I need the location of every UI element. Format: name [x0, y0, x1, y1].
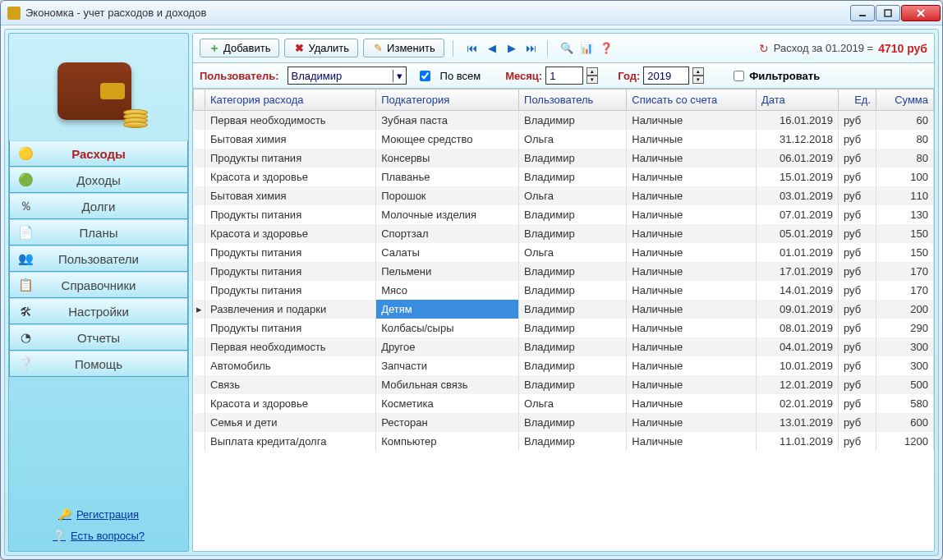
table-row[interactable]: Красота и здоровьеСпортзалВладимирНаличн…	[194, 224, 934, 243]
refresh-icon[interactable]: ↻	[759, 42, 769, 55]
sidebar-item-help[interactable]: ❔Помощь	[9, 351, 188, 377]
sidebar-item-list[interactable]: 📋Справочники	[9, 272, 188, 298]
cell-account: Наличные	[627, 413, 757, 432]
table-row[interactable]: Продукты питанияМолочные изделияВладимир…	[194, 205, 934, 224]
cell-user: Владимир	[519, 149, 627, 168]
cell-user: Ольга	[519, 186, 627, 205]
table-row[interactable]: Продукты питанияКонсервыВладимирНаличные…	[194, 149, 934, 168]
cell-category: Продукты питания	[205, 149, 376, 168]
nav-prev-icon[interactable]: ◀	[485, 41, 499, 56]
minimize-button[interactable]	[850, 5, 875, 21]
sidebar-item-piechart[interactable]: ◔Отчеты	[9, 324, 188, 351]
delete-button[interactable]: ✖ Удалить	[284, 39, 358, 57]
table-row[interactable]: Бытовая химияМоющее средствоОльгаНаличны…	[194, 130, 934, 149]
row-marker	[194, 243, 205, 262]
cell-subcategory: Порошок	[376, 186, 519, 205]
table-row[interactable]: Красота и здоровьеКосметикаОльгаНаличные…	[194, 394, 934, 413]
cell-sum: 150	[876, 224, 934, 243]
data-grid[interactable]: Категория расходаПодкатегорияПользовател…	[193, 89, 934, 551]
sidebar-item-people[interactable]: 👥Пользователи	[9, 246, 188, 272]
year-spin-up[interactable]: ▴	[692, 67, 704, 76]
column-header[interactable]: Сумма	[876, 90, 934, 111]
month-spin-down[interactable]: ▾	[586, 76, 598, 84]
add-button[interactable]: ＋ Добавить	[200, 39, 279, 57]
cell-user: Владимир	[519, 205, 627, 224]
column-header[interactable]: Категория расхода	[205, 90, 376, 111]
chevron-down-icon: ▾	[393, 70, 402, 82]
table-row[interactable]: Бытовая химияПорошокОльгаНаличные03.01.2…	[194, 186, 934, 205]
column-header[interactable]: Пользователь	[519, 90, 627, 111]
cell-unit: руб	[839, 432, 876, 451]
cell-subcategory: Мясо	[376, 281, 519, 300]
register-link[interactable]: 🔑 Регистрация	[9, 503, 188, 525]
cell-date: 10.01.2019	[757, 356, 839, 375]
cell-sum: 80	[876, 130, 934, 149]
column-header[interactable]: Списать со счета	[627, 90, 757, 111]
nav-first-icon[interactable]: ⏮	[465, 41, 480, 56]
svg-line-3	[918, 10, 924, 16]
search-icon[interactable]: 🔍	[559, 41, 574, 56]
table-row[interactable]: АвтомобильЗапчастиВладимирНаличные10.01.…	[194, 356, 934, 375]
sidebar-item-label: Настройки	[68, 305, 129, 319]
filter-checkbox[interactable]	[734, 71, 744, 81]
table-row[interactable]: Первая необходимостьДругоеВладимирНаличн…	[194, 337, 934, 356]
cell-unit: руб	[839, 224, 876, 243]
table-row[interactable]: Семья и детиРесторанВладимирНаличные13.0…	[194, 413, 934, 432]
sidebar-item-percent[interactable]: ％Долги	[9, 193, 188, 219]
question-icon: ❔	[53, 530, 66, 542]
nav-next-icon[interactable]: ▶	[504, 41, 519, 56]
sidebar-item-coins-plus[interactable]: 🟢Доходы	[9, 167, 188, 193]
titlebar: Экономка - учет расходов и доходов	[1, 1, 942, 25]
table-row[interactable]: Продукты питанияМясоВладимирНаличные14.0…	[194, 281, 934, 300]
filter-button-label[interactable]: Фильтровать	[749, 70, 820, 82]
cell-sum: 60	[876, 111, 934, 131]
nav-last-icon[interactable]: ⏭	[524, 41, 539, 56]
pencil-icon: ✎	[372, 43, 384, 54]
cell-category: Красота и здоровье	[205, 168, 376, 186]
row-marker	[194, 281, 205, 300]
window-title: Экономка - учет расходов и доходов	[25, 7, 850, 19]
table-row[interactable]: ▸Развлечения и подаркиДетямВладимирНалич…	[194, 300, 934, 319]
table-row[interactable]: Продукты питанияСалатыОльгаНаличные01.01…	[194, 243, 934, 262]
cell-sum: 200	[876, 300, 934, 319]
separator	[547, 40, 548, 57]
column-header[interactable]: Дата	[757, 90, 839, 111]
cell-category: Продукты питания	[205, 262, 376, 281]
cell-subcategory: Пельмени	[376, 262, 519, 281]
chart-icon[interactable]: 📊	[579, 41, 594, 56]
close-button[interactable]	[901, 5, 941, 21]
year-spin-down[interactable]: ▾	[692, 76, 704, 84]
maximize-button[interactable]	[876, 5, 900, 21]
cell-user: Владимир	[519, 262, 627, 281]
cell-user: Владимир	[519, 300, 627, 319]
help-icon[interactable]: ❓	[599, 41, 614, 56]
year-label: Год:	[618, 70, 640, 82]
app-window: Экономка - учет расходов и доходов	[0, 0, 943, 560]
year-input[interactable]: 2019	[643, 67, 689, 85]
table-row[interactable]: Выплата кредита/долгаКомпьютерВладимирНа…	[194, 432, 934, 451]
month-input[interactable]: 1	[545, 67, 583, 85]
cell-subcategory: Консервы	[376, 149, 519, 168]
table-row[interactable]: Продукты питанияПельмениВладимирНаличные…	[194, 262, 934, 281]
close-icon	[916, 8, 926, 18]
column-header[interactable]: Ед.	[839, 90, 876, 111]
table-row[interactable]: Продукты питанияКолбасы/сырыВладимирНали…	[194, 319, 934, 337]
cell-unit: руб	[839, 356, 876, 375]
svg-line-2	[918, 10, 924, 16]
edit-button[interactable]: ✎ Изменить	[363, 39, 444, 57]
sidebar-item-tools[interactable]: 🛠Настройки	[9, 298, 188, 324]
cell-unit: руб	[839, 205, 876, 224]
column-header[interactable]: Подкатегория	[376, 90, 519, 111]
table-row[interactable]: Красота и здоровьеПлаваньеВладимирНаличн…	[194, 168, 934, 186]
cell-date: 03.01.2019	[757, 186, 839, 205]
table-row[interactable]: Первая необходимостьЗубная пастаВладимир…	[194, 111, 934, 131]
cell-subcategory: Ресторан	[376, 413, 519, 432]
sidebar-item-notes[interactable]: 📄Планы	[9, 219, 188, 246]
sidebar-item-coins-minus[interactable]: 🟡Расходы	[9, 140, 188, 167]
month-spin-up[interactable]: ▴	[586, 67, 598, 76]
user-select[interactable]: Владимир ▾	[288, 67, 407, 85]
table-row[interactable]: СвязьМобильная связьВладимирНаличные12.0…	[194, 375, 934, 394]
all-checkbox[interactable]	[420, 71, 430, 81]
questions-link[interactable]: ❔ Есть вопросы?	[9, 525, 188, 546]
cell-account: Наличные	[627, 375, 757, 394]
